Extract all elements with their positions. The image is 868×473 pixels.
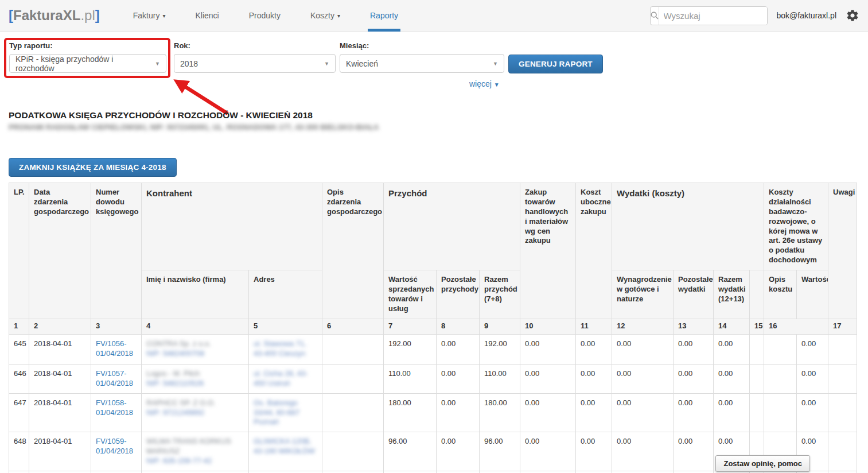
cell-contractor-blurred: RAPHCC SP. Z O.O.NIP: 9721249892 bbox=[142, 393, 249, 432]
cell-col11: 0.00 bbox=[576, 471, 612, 473]
column-number: 15 bbox=[750, 319, 764, 334]
cell-col8: 0.00 bbox=[437, 432, 480, 471]
cell-col7: 96.00 bbox=[384, 471, 437, 473]
gear-icon[interactable] bbox=[846, 9, 859, 22]
cell-address-blurred: ul. Cicha 28, 43-450 Ustroń bbox=[249, 364, 322, 393]
col-header-data-zdarzenia: Data zdarzenia gospodarczego bbox=[29, 183, 91, 319]
blurred-text-line: 450 Ustroń bbox=[254, 379, 317, 389]
invoice-link[interactable]: FV/1057-01/04/2018 bbox=[96, 369, 133, 387]
close-book-button[interactable]: ZAMKNIJ KSIĄŻKĘ ZA MIESIĄC 4-2018 bbox=[9, 158, 177, 177]
cell-col9: 96.00 bbox=[480, 432, 520, 471]
cell-date: 2018-04-01 bbox=[29, 393, 91, 432]
cell-col12: 0.00 bbox=[612, 432, 674, 471]
cell-address-blurred: ul. Stawowa 71,43-400 Cieszyn bbox=[249, 334, 322, 364]
year-select[interactable]: 2018 ▼ bbox=[174, 54, 336, 73]
nav-item-label: Koszty bbox=[310, 11, 334, 20]
search-input[interactable] bbox=[659, 7, 768, 25]
top-nav: [FakturaXL.pl] Faktury ▾ Klienci Produkt… bbox=[0, 0, 868, 32]
cell-uwagi bbox=[828, 334, 857, 364]
cell-col12: 0.00 bbox=[612, 393, 674, 432]
logo-domain: .pl bbox=[80, 7, 95, 23]
nav-item-faktury[interactable]: Faktury ▾ bbox=[118, 0, 181, 32]
nav-item-label: Produkty bbox=[249, 11, 281, 20]
col-header-wydatki: Wydatki (koszty) bbox=[612, 183, 764, 270]
nav-item-koszty[interactable]: Koszty ▾ bbox=[295, 0, 355, 32]
nav-right: bok@fakturaxl.pl bbox=[650, 6, 859, 25]
nav-item-produkty[interactable]: Produkty bbox=[234, 0, 295, 32]
column-number: 14 bbox=[714, 319, 750, 334]
cell-opis-kosztu bbox=[764, 393, 797, 432]
cell-document-number: FV/1057-01/04/2018 bbox=[91, 364, 142, 393]
cell-description bbox=[322, 471, 384, 473]
col-header-razem-wydatki: Razem wydatki (12+13) bbox=[714, 270, 750, 319]
cell-document-number: FV/1059-01/04/2018 bbox=[91, 432, 142, 471]
cell-col13: 0.00 bbox=[674, 432, 714, 471]
cell-document-number: FV/1060-03/04/2018 bbox=[91, 471, 142, 473]
col-header-przychod: Przychód bbox=[384, 183, 520, 270]
cell-lp: 648 bbox=[9, 432, 29, 471]
invoice-link[interactable]: FV/1058-01/04/2018 bbox=[96, 398, 133, 417]
blurred-text-line: CONTRA Sp. z o.o. bbox=[146, 339, 244, 349]
generate-report-button[interactable]: GENERUJ RAPORT bbox=[508, 55, 603, 73]
cell-col14: 0.00 bbox=[714, 364, 750, 393]
cell-wartosc: 0.00 bbox=[797, 393, 828, 432]
month-filter: Miesiąc: Kwiecień ▼ bbox=[340, 41, 504, 73]
user-email[interactable]: bok@fakturaxl.pl bbox=[777, 11, 836, 20]
cell-col8: 0.00 bbox=[437, 393, 480, 432]
more-link[interactable]: więcej ▼ bbox=[469, 79, 500, 88]
col-header-razem-przychod: Razem przychód (7+8) bbox=[480, 270, 520, 319]
cell-col11: 0.00 bbox=[576, 334, 612, 364]
report-type-filter: Typ raportu: KPiR - księga przychodów i … bbox=[9, 41, 166, 73]
nav-item-klienci[interactable]: Klienci bbox=[180, 0, 233, 32]
column-number: 13 bbox=[674, 319, 714, 334]
cell-col11: 0.00 bbox=[576, 432, 612, 471]
table-row: 6452018-04-01FV/1056-01/04/2018CONTRA Sp… bbox=[9, 334, 857, 364]
cell-col11: 0.00 bbox=[576, 393, 612, 432]
year-value: 2018 bbox=[180, 59, 198, 68]
filter-bar: Typ raportu: KPiR - księga przychodów i … bbox=[0, 32, 868, 103]
month-label: Miesiąc: bbox=[340, 41, 504, 50]
blurred-text-line: 33/44, 60-687 bbox=[254, 408, 317, 418]
cell-lp: 645 bbox=[9, 334, 29, 364]
column-number: 10 bbox=[520, 319, 576, 334]
cell-col14: 0.00 bbox=[714, 393, 750, 432]
cell-date: 2018-04-01 bbox=[29, 334, 91, 364]
cell-contractor-blurred: Logos - M. PilchNIP: 5482110526 bbox=[142, 364, 249, 393]
cell-col7: 180.00 bbox=[384, 393, 437, 432]
cell-col12: 0.00 bbox=[612, 334, 674, 364]
cell-col8: 0.00 bbox=[437, 334, 480, 364]
cell-address-blurred: Os. Batorego33/44, 60-687Poznań bbox=[249, 393, 322, 432]
cell-description bbox=[322, 393, 384, 432]
cell-col8: 0.00 bbox=[437, 364, 480, 393]
blurred-text-line: NIP: 5482110526 bbox=[146, 379, 244, 389]
chevron-down-icon: ▾ bbox=[162, 13, 165, 19]
month-select[interactable]: Kwiecień ▼ bbox=[340, 54, 504, 73]
nav-item-raporty[interactable]: Raporty bbox=[355, 0, 413, 32]
blurred-text-line: WILMA TRANS KORKUS bbox=[146, 437, 244, 447]
cell-wartosc: 0.00 bbox=[797, 334, 828, 364]
blurred-text-line: NIP: 635-159-77-42 bbox=[146, 456, 244, 466]
cell-col15 bbox=[750, 393, 764, 432]
col-header-koszt-uboczne: Koszt uboczne zakupu bbox=[576, 183, 612, 319]
col-header-adres: Adres bbox=[249, 270, 322, 319]
cell-col11: 0.00 bbox=[576, 364, 612, 393]
cell-col13: 0.00 bbox=[674, 393, 714, 432]
report-type-select[interactable]: KPiR - księga przychodów i rozchodów ▼ bbox=[9, 54, 166, 73]
search-group bbox=[650, 6, 768, 25]
feedback-button[interactable]: Zostaw opinię, pomoc bbox=[715, 455, 810, 472]
search-icon[interactable] bbox=[651, 7, 659, 25]
invoice-link[interactable]: FV/1059-01/04/2018 bbox=[96, 437, 133, 455]
blurred-text-line: Poznań bbox=[254, 417, 317, 427]
table-row: 6462018-04-01FV/1057-01/04/2018Logos - M… bbox=[9, 364, 857, 393]
cell-address-blurred: GLIWICKA 120B,43-190 MIKOŁÓW bbox=[249, 432, 322, 471]
column-number: 1 bbox=[9, 319, 29, 334]
cell-description bbox=[322, 334, 384, 364]
blurred-text-line: NIP: 5482400708 bbox=[146, 349, 244, 359]
chevron-down-icon: ▼ bbox=[494, 82, 500, 88]
blurred-text-line: NIP: 9721249892 bbox=[146, 408, 244, 418]
invoice-link[interactable]: FV/1056-01/04/2018 bbox=[96, 339, 133, 358]
cell-wartosc: 0.00 bbox=[797, 364, 828, 393]
col-header-wartosc-sprzedanych: Wartość sprzedanych towarów i usług bbox=[384, 270, 437, 319]
app-logo[interactable]: [FakturaXL.pl] bbox=[9, 7, 100, 24]
col-header-opis-zdarzenia: Opis zdarzenia gospodarczego bbox=[322, 183, 384, 319]
